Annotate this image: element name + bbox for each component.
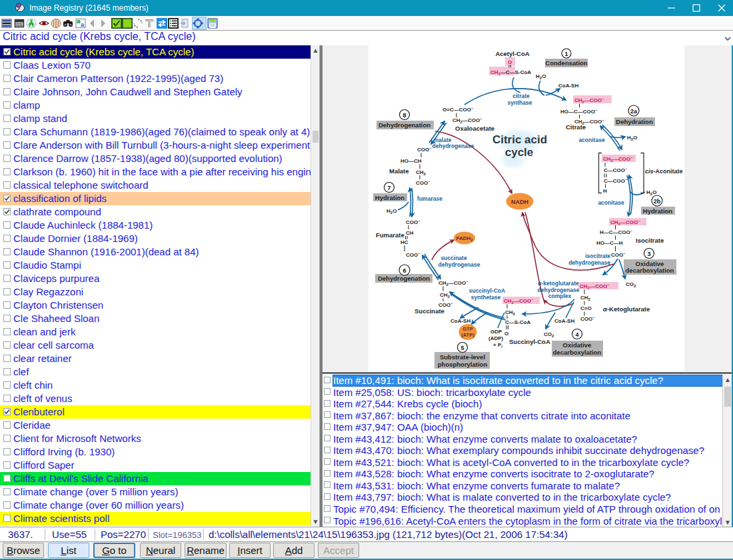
svg-text:H2O: H2O (627, 135, 637, 141)
svg-text:COO–: COO– (417, 146, 432, 153)
svg-text:aconitase: aconitase (578, 137, 604, 143)
svg-text:CH2—COO–: CH2—COO– (610, 219, 640, 226)
svg-text:isocitrate: isocitrate (585, 253, 610, 259)
svg-text:CH2—COO–: CH2—COO– (452, 117, 482, 124)
svg-text:Fumarate: Fumarate (376, 231, 404, 239)
svg-text:CoA-SH: CoA-SH (450, 318, 470, 324)
svg-text:Acetyl-CoA: Acetyl-CoA (495, 50, 529, 57)
svg-text:Dehydrogenation: Dehydrogenation (378, 121, 430, 129)
svg-text:C—COO–: C—COO– (604, 167, 628, 173)
svg-text:Oxidative: Oxidative (563, 341, 592, 349)
svg-text:GDP: GDP (490, 329, 502, 335)
svg-text:CH2—COO–: CH2—COO– (504, 297, 534, 305)
svg-text:5: 5 (460, 345, 464, 351)
svg-text:CoA-SH: CoA-SH (554, 318, 574, 324)
svg-text:CH2—COO–: CH2—COO– (574, 97, 604, 104)
svg-text:Malate: Malate (389, 167, 409, 175)
svg-text:citrate: citrate (512, 93, 530, 99)
svg-text:cycle: cycle (505, 146, 534, 159)
svg-text:CH3—C—S-CoA: CH3—C—S-CoA (490, 69, 531, 76)
svg-text:Oxaloacetate: Oxaloacetate (455, 125, 494, 132)
svg-text:CH2: CH2 (580, 295, 591, 301)
svg-text:CH: CH (406, 230, 414, 236)
svg-text:H2O: H2O (646, 189, 656, 196)
svg-text:Hydration: Hydration (375, 194, 405, 201)
svg-text:6: 6 (402, 267, 406, 274)
svg-text:7: 7 (387, 185, 390, 191)
svg-text:H: H (603, 188, 607, 194)
svg-text:CO2: CO2 (626, 281, 636, 288)
svg-text:(ATP): (ATP) (461, 332, 474, 338)
svg-text:α-ketoglutarate: α-ketoglutarate (538, 280, 579, 287)
svg-text:CH2—COO–: CH2—COO– (580, 283, 610, 290)
svg-text:8: 8 (402, 112, 406, 119)
svg-text:C=O: C=O (580, 305, 592, 311)
svg-text:O: O (504, 331, 508, 337)
svg-text:CO2: CO2 (544, 331, 554, 338)
svg-text:dehydrogenase: dehydrogenase (568, 259, 610, 266)
svg-text:Dehydration: Dehydration (616, 118, 653, 125)
svg-text:Citrate: Citrate (566, 123, 586, 131)
svg-text:synthase: synthase (508, 99, 532, 106)
svg-text:C—COO–: C—COO– (604, 177, 628, 184)
svg-text:cis-Aconitate: cis-Aconitate (645, 168, 683, 175)
svg-text:H2O: H2O (536, 73, 546, 80)
svg-text:Hydration: Hydration (643, 207, 673, 215)
svg-text:O: O (508, 59, 512, 65)
svg-text:HO—C—H: HO—C—H (596, 240, 623, 246)
svg-text:CH2: CH2 (505, 309, 516, 316)
svg-text:COO–: COO– (580, 315, 595, 322)
svg-text:+ Pi: + Pi (493, 342, 502, 349)
svg-text:3: 3 (647, 251, 650, 257)
svg-text:dehydrogenase: dehydrogenase (432, 143, 474, 149)
svg-text:COO–: COO– (406, 251, 420, 258)
svg-text:decarboxylation: decarboxylation (553, 349, 602, 356)
svg-text:CoA-SH: CoA-SH (558, 83, 578, 89)
svg-text:synthetase: synthetase (471, 294, 501, 301)
svg-text:CH2: CH2 (440, 292, 450, 299)
svg-text:succinate: succinate (440, 255, 466, 261)
svg-text:Succinyl-CoA: Succinyl-CoA (509, 338, 550, 345)
svg-text:complex: complex (548, 293, 572, 299)
svg-text:C—S-CoA: C—S-CoA (505, 319, 530, 325)
svg-text:Isocitrate: Isocitrate (636, 237, 664, 244)
svg-text:H2O: H2O (386, 208, 396, 215)
svg-text:CH2—COO–: CH2—COO– (438, 279, 468, 287)
svg-text:2b: 2b (654, 198, 661, 205)
svg-text:CH2—COO–: CH2—COO– (603, 155, 633, 163)
svg-text:2a: 2a (630, 108, 638, 115)
svg-text:phosphorylation: phosphorylation (438, 361, 488, 368)
svg-text:Citric acid: Citric acid (492, 133, 547, 146)
svg-text:Dehydrogenation: Dehydrogenation (378, 275, 430, 282)
svg-text:HO—C—COO–: HO—C—COO– (560, 108, 598, 115)
svg-text:decarboxylation: decarboxylation (626, 267, 674, 274)
svg-text:HC: HC (400, 239, 408, 245)
svg-text:COO–: COO– (416, 179, 430, 186)
svg-text:H—C—COO–: H—C—COO– (600, 229, 633, 235)
svg-text:succinyl-CoA: succinyl-CoA (469, 287, 505, 294)
svg-text:COO–: COO– (406, 219, 420, 225)
svg-text:HO—CH: HO—CH (400, 158, 422, 164)
svg-text:GTP: GTP (462, 326, 472, 332)
svg-text:α-Ketoglutarate: α-Ketoglutarate (603, 305, 650, 313)
svg-text:1: 1 (564, 51, 568, 57)
svg-text:O=C—COO–: O=C—COO– (442, 106, 474, 113)
svg-text:fumarase: fumarase (417, 195, 442, 202)
svg-text:NADH: NADH (511, 199, 528, 205)
svg-text:CH2: CH2 (416, 169, 426, 176)
svg-text:dehydrogenase: dehydrogenase (438, 261, 480, 268)
svg-text:Substrate-level: Substrate-level (440, 353, 485, 361)
svg-text:Condensation: Condensation (545, 59, 588, 67)
svg-text:4: 4 (575, 331, 578, 338)
svg-text:(ADP): (ADP) (488, 335, 504, 341)
svg-text:Succinate: Succinate (414, 307, 444, 315)
svg-text:aconitase: aconitase (598, 199, 624, 206)
svg-text:COO–: COO– (611, 251, 626, 258)
